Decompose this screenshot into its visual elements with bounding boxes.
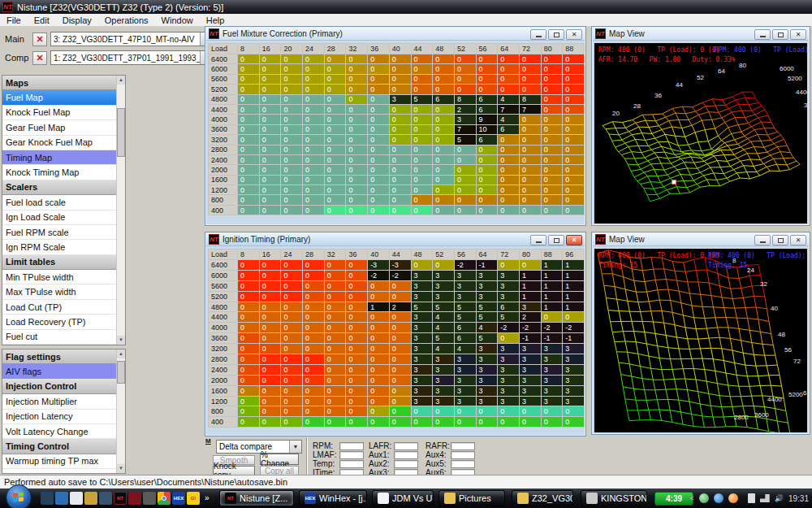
fuel-cell[interactable]: 0 (281, 74, 303, 84)
ign-cell[interactable]: 3 (498, 396, 520, 406)
ign-cell[interactable]: 0 (389, 396, 411, 406)
minimized-window-label[interactable]: M (205, 437, 211, 445)
ign-cell[interactable]: 0 (281, 396, 303, 406)
fuel-cell[interactable]: 0 (259, 64, 281, 74)
fuel-cell[interactable]: 0 (281, 175, 303, 185)
fuel-cell[interactable]: 0 (389, 124, 411, 134)
ign-cell[interactable]: 0 (389, 280, 411, 291)
fuel-cell[interactable]: 0 (433, 195, 455, 205)
ign-cell[interactable]: 0 (346, 375, 368, 385)
list-item-injection-latency[interactable]: Injection Latency (2, 410, 116, 424)
fuel-cell[interactable]: 0 (259, 185, 281, 195)
fuel-cell[interactable]: 0 (238, 54, 260, 64)
fuel-cell[interactable]: 6 (476, 94, 498, 104)
fuel-cell[interactable]: 0 (368, 165, 390, 175)
ign-cell[interactable]: 3 (519, 344, 541, 354)
close-button[interactable]: ✕ (566, 29, 582, 40)
ign-cell[interactable]: -1 (541, 333, 563, 344)
ign-cell[interactable]: 0 (324, 302, 346, 312)
fuel-cell[interactable]: 0 (519, 85, 541, 94)
task-button-5[interactable]: Z32_VG30 (512, 490, 573, 506)
fuel-cell[interactable]: 0 (281, 85, 303, 94)
fuel-cell[interactable]: 3 (389, 94, 411, 104)
ign-cell[interactable]: 0 (303, 323, 325, 333)
fuel-cell[interactable]: 0 (519, 54, 541, 64)
list-item-fuel-recover[interactable]: Fuel recover (2, 345, 116, 345)
fuel-cell[interactable]: 7 (519, 104, 541, 114)
fuel-cell[interactable]: 0 (541, 54, 563, 64)
fuel-cell[interactable]: 0 (281, 195, 303, 205)
nistune-icon[interactable]: NT (114, 492, 127, 505)
ign-cell[interactable]: 0 (303, 354, 325, 365)
ign-cell[interactable]: 0 (519, 406, 541, 417)
ign-cell[interactable]: 0 (259, 291, 281, 302)
fuel-cell[interactable]: 0 (238, 205, 260, 215)
fuel-cell[interactable]: 0 (281, 124, 303, 134)
ign-cell[interactable]: 0 (324, 417, 346, 428)
fuel-cell[interactable]: 0 (411, 145, 433, 154)
list-item-timing-map[interactable]: Timing Map (2, 150, 116, 165)
scroll-up-icon[interactable]: ▲ (117, 350, 125, 358)
ign-cell[interactable]: 0 (368, 396, 390, 406)
sync-app-icon[interactable] (714, 493, 723, 503)
tray-chevron-icon[interactable]: < (689, 494, 693, 502)
fuel-cell[interactable]: 0 (238, 175, 260, 185)
fuel-cell[interactable]: 0 (476, 175, 498, 185)
fuel-cell[interactable]: 8 (454, 94, 476, 104)
ign-cell[interactable]: 0 (238, 302, 260, 312)
ign-cell[interactable]: 3 (519, 302, 541, 312)
maximize-button[interactable] (548, 235, 564, 245)
fuel-cell[interactable]: 0 (541, 94, 563, 104)
ign-cell[interactable]: 0 (259, 385, 281, 396)
fuel-cell[interactable]: 0 (346, 94, 368, 104)
fuel-cell[interactable]: 0 (541, 115, 563, 124)
fuel-cell[interactable]: 0 (238, 185, 260, 195)
ign-cell[interactable]: 0 (281, 291, 303, 302)
fuel-cell[interactable]: 0 (541, 85, 563, 94)
ign-cell[interactable]: -2 (541, 323, 563, 333)
fuel-cell[interactable]: 0 (259, 195, 281, 205)
update-app-icon[interactable] (728, 493, 738, 503)
list-item-volt-latency-change[interactable]: Volt Latency Change (2, 424, 116, 439)
ign-cell[interactable]: 3 (454, 291, 476, 302)
ign-cell[interactable]: 0 (259, 323, 281, 333)
fuel-cell[interactable]: 0 (238, 124, 260, 134)
computer-icon[interactable] (55, 492, 68, 505)
ign-cell[interactable]: 0 (368, 375, 390, 385)
fuel-cell[interactable]: 0 (324, 195, 346, 205)
window-titlebar[interactable]: NT Nistune [Z32(VG30DETT) Z32 (Type 2) (… (0, 0, 812, 14)
ign-cell[interactable]: 0 (389, 417, 411, 428)
remote-desktop-icon[interactable] (99, 492, 112, 505)
ign-cell[interactable]: 0 (346, 354, 368, 365)
fuel-cell[interactable]: 0 (238, 165, 260, 175)
ign-cell[interactable]: 1 (519, 291, 541, 302)
ign-cell[interactable]: 0 (238, 417, 260, 428)
fuel-cell[interactable]: 0 (259, 135, 281, 145)
ign-cell[interactable]: 5 (454, 302, 476, 312)
fuel-cell[interactable]: 0 (519, 124, 541, 134)
ign-cell[interactable]: 0 (238, 323, 260, 333)
browser-icon[interactable] (158, 492, 171, 505)
fuel-cell[interactable]: 10 (476, 124, 498, 134)
ign-cell[interactable]: 0 (324, 291, 346, 302)
ign-cell[interactable]: 0 (368, 344, 390, 354)
fuel-cell[interactable]: 0 (454, 145, 476, 154)
fuel-cell[interactable]: 0 (324, 145, 346, 154)
fuel-cell[interactable]: 7 (454, 124, 476, 134)
fuel-cell[interactable]: 0 (389, 185, 411, 195)
ign-cell[interactable]: 4 (433, 344, 455, 354)
ign-cell[interactable]: -3 (389, 260, 411, 271)
fuel-cell[interactable]: 0 (368, 104, 390, 114)
scrollbar-vertical[interactable]: ▲ ▼ (116, 76, 125, 345)
fuel-cell[interactable]: 0 (541, 185, 563, 195)
fuel-cell[interactable]: 0 (498, 175, 520, 185)
fuel-cell[interactable]: 0 (498, 54, 520, 64)
ign-cell[interactable]: 3 (433, 291, 455, 302)
folder-icon[interactable] (84, 492, 97, 505)
fuel-cell[interactable]: 0 (303, 54, 325, 64)
fuel-cell[interactable]: 0 (498, 205, 520, 215)
fuel-cell[interactable]: 0 (303, 135, 325, 145)
list-item-fuel-load-scale[interactable]: Fuel load scale (2, 195, 116, 210)
fuel-cell[interactable]: 0 (411, 74, 433, 84)
ign-cell[interactable]: 0 (281, 312, 303, 323)
